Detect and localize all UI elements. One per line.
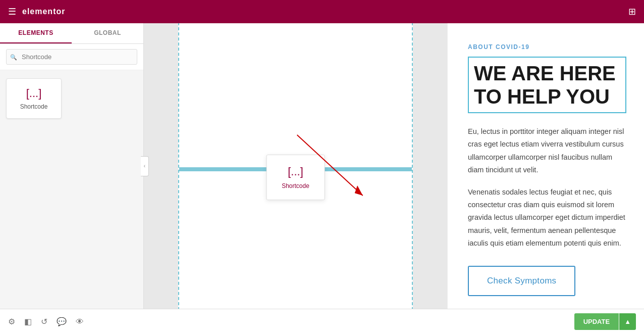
about-label: ABOUT COVID-19 (468, 43, 626, 51)
search-input[interactable] (6, 49, 137, 65)
bottom-bar-left: ⚙ ◧ ↺ 💬 👁 (8, 317, 84, 326)
right-panel: ABOUT COVID-19 WE ARE HERE TO HELP YOU E… (447, 23, 644, 309)
check-symptoms-button[interactable]: Check Symptoms (468, 266, 575, 296)
chat-icon[interactable]: 💬 (57, 317, 67, 326)
dropped-shortcode-icon: [...] (288, 165, 303, 178)
elementor-logo: elementor (22, 7, 65, 16)
update-arrow-button[interactable]: ▲ (619, 313, 636, 330)
top-bar-left: ☰ elementor (8, 6, 65, 17)
shortcode-card-label: Shortcode (20, 103, 48, 110)
update-button[interactable]: UPDATE (574, 313, 619, 330)
headline: WE ARE HERE TO HELP YOU (468, 57, 626, 113)
history-icon[interactable]: ↺ (41, 317, 47, 326)
settings-icon[interactable]: ⚙ (8, 317, 15, 326)
sidebar: ELEMENTS GLOBAL [...] Shortcode (0, 23, 144, 309)
bottom-bar: ⚙ ◧ ↺ 💬 👁 UPDATE ▲ (0, 309, 644, 334)
body-text-1: Eu, lectus in porttitor integer aliquam … (468, 125, 626, 177)
shortcode-element-card[interactable]: [...] Shortcode (6, 78, 62, 119)
canvas-frame: [...] Shortcode (178, 23, 413, 309)
sidebar-collapse-toggle[interactable]: ‹ (141, 156, 149, 176)
tab-elements[interactable]: ELEMENTS (0, 23, 72, 43)
layout-body: ELEMENTS GLOBAL [...] Shortcode ‹ [...] … (0, 23, 644, 309)
dropped-shortcode-label: Shortcode (282, 182, 309, 189)
dropped-shortcode-widget[interactable]: [...] Shortcode (266, 155, 325, 200)
elements-area: [...] Shortcode (0, 70, 143, 309)
eye-icon[interactable]: 👁 (76, 317, 84, 326)
layers-icon[interactable]: ◧ (24, 317, 32, 326)
top-bar: ☰ elementor ⊞ (0, 0, 644, 23)
search-wrapper (6, 49, 137, 65)
grid-icon[interactable]: ⊞ (628, 6, 636, 17)
body-text-2: Venenatis sodales lectus feugiat et nec,… (468, 186, 626, 250)
hamburger-icon[interactable]: ☰ (8, 6, 16, 17)
shortcode-card-icon: [...] (26, 87, 42, 100)
update-group: UPDATE ▲ (574, 313, 636, 330)
tab-global[interactable]: GLOBAL (72, 23, 143, 43)
sidebar-tabs: ELEMENTS GLOBAL (0, 23, 143, 44)
canvas-area: [...] Shortcode (144, 23, 447, 309)
search-bar (0, 44, 143, 70)
